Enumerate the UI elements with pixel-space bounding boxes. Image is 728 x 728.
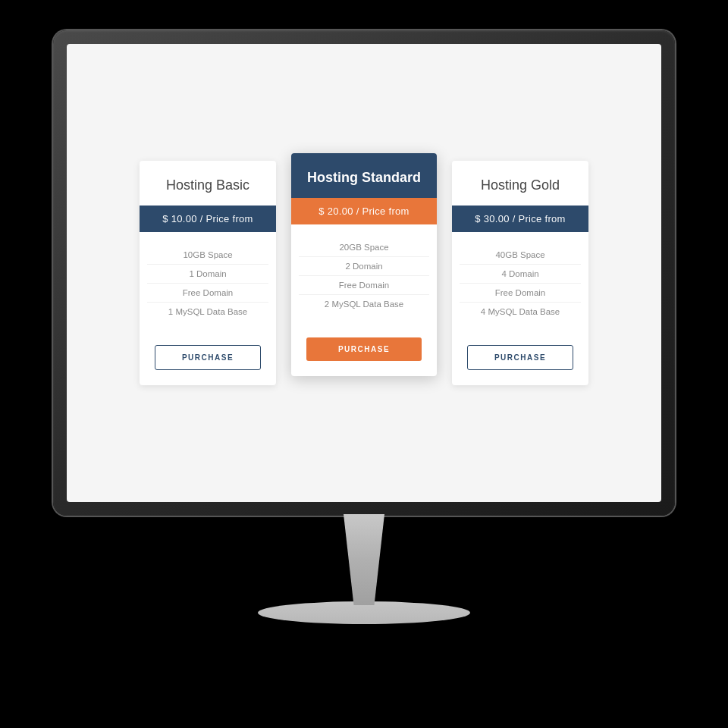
list-item: 2 Domain xyxy=(299,257,429,276)
plan-gold-features: 40GB Space 4 Domain Free Domain 4 MySQL … xyxy=(452,232,588,334)
list-item: 10GB Space xyxy=(147,246,268,265)
list-item: 4 Domain xyxy=(460,265,581,284)
monitor-stand-neck xyxy=(330,514,398,605)
plan-gold-footer: PURCHASE xyxy=(452,334,588,385)
plan-gold-title: Hosting Gold xyxy=(452,161,588,206)
plan-standard-features: 20GB Space 2 Domain Free Domain 2 MySQL … xyxy=(291,224,437,327)
monitor-screen: Hosting Basic $ 10.00 / Price from 10GB … xyxy=(67,44,661,502)
plan-basic-purchase-button[interactable]: PURCHASE xyxy=(155,345,261,370)
list-item: 1 Domain xyxy=(147,265,268,284)
plan-basic-card: Hosting Basic $ 10.00 / Price from 10GB … xyxy=(140,161,276,385)
list-item: 2 MySQL Data Base xyxy=(299,295,429,313)
monitor-wrapper: Hosting Basic $ 10.00 / Price from 10GB … xyxy=(53,30,675,698)
plan-standard-card: Hosting Standard $ 20.00 / Price from 20… xyxy=(291,153,437,376)
plan-basic-footer: PURCHASE xyxy=(140,334,276,385)
plan-basic-features: 10GB Space 1 Domain Free Domain 1 MySQL … xyxy=(140,232,276,334)
list-item: Free Domain xyxy=(299,276,429,295)
list-item: 1 MySQL Data Base xyxy=(147,303,268,321)
monitor-bezel: Hosting Basic $ 10.00 / Price from 10GB … xyxy=(53,30,675,516)
list-item: Free Domain xyxy=(460,284,581,303)
plan-gold-price: $ 30.00 / Price from xyxy=(452,206,588,232)
pricing-container: Hosting Basic $ 10.00 / Price from 10GB … xyxy=(117,130,611,416)
plan-standard-title: Hosting Standard xyxy=(291,153,437,198)
plan-gold-purchase-button[interactable]: PURCHASE xyxy=(467,345,573,370)
list-item: 40GB Space xyxy=(460,246,581,265)
plan-standard-price: $ 20.00 / Price from xyxy=(291,198,437,224)
list-item: 20GB Space xyxy=(299,238,429,257)
plan-basic-price: $ 10.00 / Price from xyxy=(140,206,276,232)
plan-standard-purchase-button[interactable]: PURCHASE xyxy=(306,337,422,361)
list-item: Free Domain xyxy=(147,284,268,303)
list-item: 4 MySQL Data Base xyxy=(460,303,581,321)
plan-basic-title: Hosting Basic xyxy=(140,161,276,206)
plan-standard-footer: PURCHASE xyxy=(291,327,437,376)
plan-gold-card: Hosting Gold $ 30.00 / Price from 40GB S… xyxy=(452,161,588,385)
